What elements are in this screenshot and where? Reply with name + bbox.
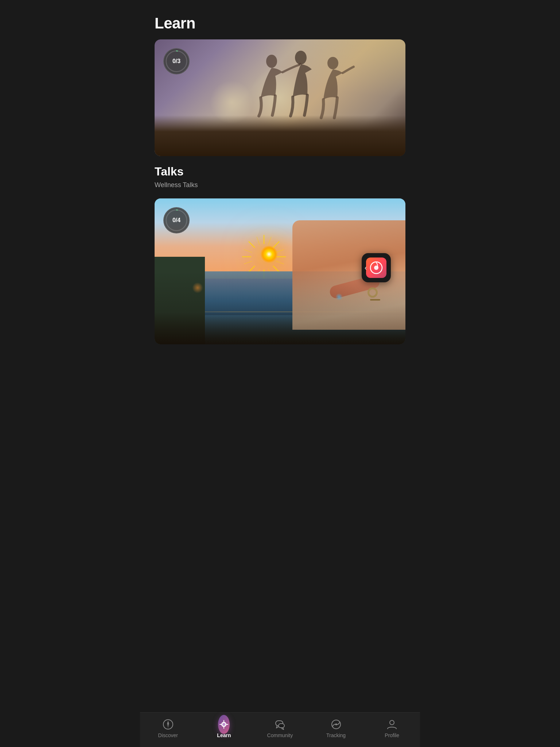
bottom-nav: Discover Learn — [140, 712, 420, 747]
talks-card-image[interactable]: 0/3 — [155, 39, 405, 156]
learn-label: Learn — [217, 732, 231, 738]
discover-label: Discover — [158, 732, 178, 738]
nav-item-tracking[interactable]: Tracking — [308, 719, 364, 738]
compass-icon — [162, 719, 174, 730]
lens-flare-orange — [192, 282, 203, 293]
svg-point-2 — [327, 57, 338, 69]
profile-icon — [386, 719, 398, 730]
nav-item-learn[interactable]: Learn — [196, 719, 252, 738]
community-icon — [274, 719, 286, 730]
meditation-progress-text: 0/4 — [172, 217, 180, 224]
talks-progress-text: 0/3 — [172, 58, 180, 65]
learn-icon-svg — [219, 719, 229, 729]
talks-section[interactable]: 0/3 Talks Wellness Talks — [140, 39, 420, 195]
svg-line-12 — [249, 241, 255, 248]
tracking-label: Tracking — [326, 732, 346, 738]
page-title: Learn — [155, 15, 405, 32]
talks-image-bg — [155, 39, 405, 156]
nav-item-discover[interactable]: Discover — [140, 719, 196, 738]
svg-line-19 — [244, 249, 252, 252]
svg-rect-36 — [279, 724, 284, 728]
svg-point-0 — [266, 55, 277, 68]
svg-marker-27 — [167, 721, 169, 724]
learn-active-bg — [218, 715, 230, 734]
community-label: Community — [267, 732, 293, 738]
talks-info: Talks Wellness Talks — [140, 156, 420, 195]
app-icon-overlay[interactable]: ‹ — [362, 253, 391, 282]
svg-point-39 — [390, 720, 394, 725]
svg-line-10 — [249, 266, 255, 272]
nav-item-profile[interactable]: Profile — [364, 719, 420, 738]
meditation-section[interactable]: 0/4 ‹ — [140, 198, 420, 344]
lens-flare — [335, 293, 343, 301]
page-container: Learn — [140, 0, 420, 392]
profile-label: Profile — [385, 732, 399, 738]
tracking-icon — [330, 719, 342, 730]
svg-point-30 — [222, 723, 225, 726]
foreground-dark — [155, 312, 405, 344]
dancers-svg — [242, 43, 359, 123]
talks-progress-badge: 0/3 — [163, 48, 190, 74]
svg-line-13 — [268, 237, 271, 245]
svg-line-20 — [257, 237, 260, 245]
cliff-left — [155, 257, 205, 344]
person-icon — [386, 719, 398, 730]
meditation-progress-badge: 0/4 — [163, 207, 190, 233]
meditation-card-image[interactable]: 0/4 ‹ — [155, 198, 405, 344]
app-icon — [366, 258, 386, 278]
svg-point-26 — [167, 724, 169, 725]
learn-icon — [218, 719, 230, 730]
tracking-icon-svg — [330, 719, 342, 730]
nav-item-community[interactable]: Community — [252, 719, 308, 738]
talks-title: Talks — [155, 165, 405, 178]
svg-line-6 — [273, 241, 279, 248]
svg-line-8 — [273, 266, 279, 272]
svg-line-18 — [244, 261, 252, 264]
svg-point-1 — [295, 51, 307, 65]
svg-marker-28 — [167, 725, 169, 728]
talks-subtitle: Wellness Talks — [155, 181, 405, 189]
page-header: Learn — [140, 0, 420, 39]
chevron-left-icon: ‹ — [365, 264, 367, 272]
chat-bubbles-icon — [274, 719, 286, 730]
water-shimmer — [155, 311, 405, 312]
svg-point-38 — [335, 724, 337, 725]
svg-line-16 — [268, 269, 271, 277]
app-logo-svg — [370, 261, 383, 274]
svg-line-17 — [257, 269, 260, 277]
discover-icon — [162, 719, 174, 730]
